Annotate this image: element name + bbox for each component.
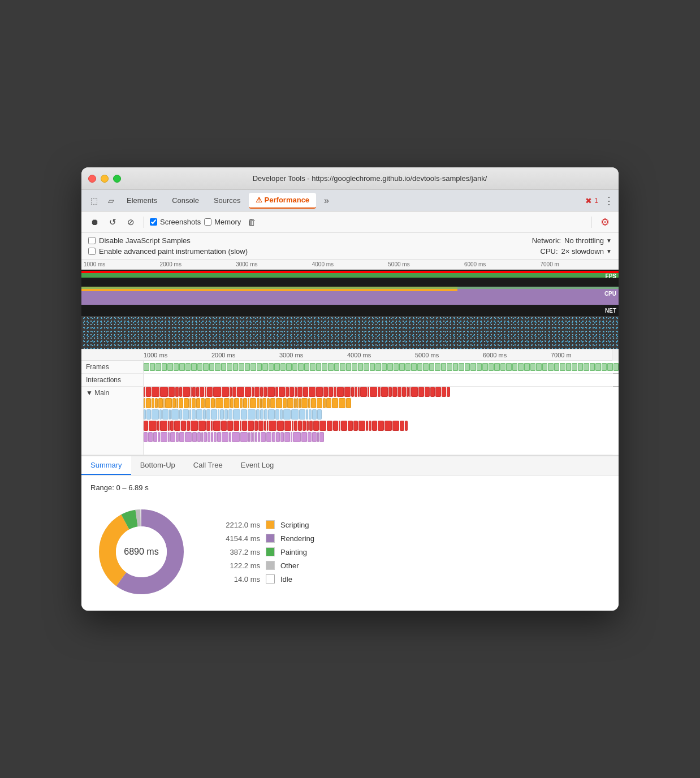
flame-block <box>388 387 392 397</box>
frame-block <box>423 363 429 371</box>
device-icon[interactable]: ▱ <box>103 193 119 209</box>
enable-paint-label[interactable]: Enable advanced paint instrumentation (s… <box>88 247 248 256</box>
network-select[interactable]: No throttling ▼ <box>564 236 612 245</box>
flame-block <box>280 432 284 442</box>
flame-block <box>301 432 307 442</box>
frame-block <box>316 363 322 371</box>
flame-block <box>196 409 202 420</box>
net-overview-row: NET <box>81 305 619 316</box>
close-button[interactable] <box>88 175 96 183</box>
interactions-label: Interactions <box>81 374 144 386</box>
frames-label: Frames <box>81 361 144 373</box>
tab-sources[interactable]: Sources <box>207 193 248 209</box>
flame-block <box>293 432 300 442</box>
tab-performance[interactable]: ⚠ Performance <box>249 193 316 209</box>
cpu-select-group: CPU: 2× slowdown ▼ <box>541 247 612 256</box>
ruler-label-1: 2000 ms <box>160 261 236 267</box>
error-icon: ✖ <box>585 196 592 205</box>
flame-block <box>196 398 200 408</box>
frame-block <box>542 363 548 371</box>
frame-block <box>613 363 619 371</box>
tab-elements[interactable]: Elements <box>120 193 164 209</box>
disable-js-label[interactable]: Disable JavaScript Samples <box>88 236 191 245</box>
flame-block <box>260 409 263 420</box>
flame-block <box>418 387 424 397</box>
flame-block <box>284 432 290 442</box>
flame-block <box>213 421 221 431</box>
frame-block <box>405 363 411 371</box>
flame-block <box>392 421 399 431</box>
flame-block <box>208 432 210 442</box>
flame-block <box>283 409 291 420</box>
interactions-track-row: Interactions <box>81 374 619 387</box>
flame-block <box>332 398 339 408</box>
frame-block <box>512 363 518 371</box>
clear-button[interactable]: ⊘ <box>123 215 138 230</box>
tab-summary[interactable]: Summary <box>81 456 131 475</box>
options-bar: Disable JavaScript Samples Network: No t… <box>81 233 619 260</box>
minimize-button[interactable] <box>101 175 109 183</box>
frame-block <box>334 363 340 371</box>
reload-button[interactable]: ↺ <box>105 215 120 230</box>
flame-block <box>294 421 298 431</box>
frame-block <box>429 363 435 371</box>
memory-checkbox[interactable] <box>204 218 211 226</box>
frame-block <box>322 363 327 371</box>
other-swatch <box>266 561 275 570</box>
tab-more[interactable]: » <box>317 193 336 209</box>
flame-block <box>392 387 397 397</box>
frame-block <box>245 363 250 371</box>
tab-call-tree[interactable]: Call Tree <box>184 456 232 475</box>
frame-block <box>269 363 274 371</box>
settings-button[interactable]: ⚙ <box>597 214 613 230</box>
flame-block <box>248 398 249 408</box>
frame-block <box>310 363 316 371</box>
frame-block <box>280 363 286 371</box>
memory-checkbox-label[interactable]: Memory <box>204 218 241 226</box>
tab-event-log[interactable]: Event Log <box>232 456 283 475</box>
screenshots-checkbox-label[interactable]: Screenshots <box>150 218 201 226</box>
overview-section: 1000 ms 2000 ms 3000 ms 4000 ms 5000 ms … <box>81 260 619 349</box>
flame-block <box>162 409 168 420</box>
inspect-icon[interactable]: ⬚ <box>86 193 102 209</box>
main-ruler-3: 4000 ms <box>347 352 415 358</box>
flame-block <box>407 387 409 397</box>
screenshots-checkbox[interactable] <box>150 218 157 226</box>
flame-block <box>229 432 231 442</box>
maximize-button[interactable] <box>113 175 121 183</box>
flame-block <box>264 409 267 420</box>
trash-button[interactable]: 🗑 <box>244 215 259 230</box>
ruler-label-5: 6000 ms <box>464 261 541 267</box>
main-ruler-6: 7000 m <box>551 352 619 358</box>
record-button[interactable]: ⏺ <box>87 215 102 230</box>
bottom-panel: Summary Bottom-Up Call Tree Event Log Ra… <box>81 456 619 611</box>
frame-block <box>162 363 167 371</box>
ruler-label-0: 1000 ms <box>84 261 160 267</box>
frame-block <box>352 363 357 371</box>
flame-block <box>360 387 367 397</box>
flame-block <box>319 432 324 442</box>
cpu-select[interactable]: 2× slowdown ▼ <box>561 247 612 256</box>
flame-block <box>179 387 182 397</box>
disable-js-checkbox[interactable] <box>88 237 96 244</box>
devtools-menu-button[interactable]: ⋮ <box>604 194 614 207</box>
frame-block <box>494 363 500 371</box>
frame-block <box>500 363 506 371</box>
frame-block <box>375 363 381 371</box>
flame-block <box>378 421 384 431</box>
frame-block <box>298 363 304 371</box>
enable-paint-checkbox[interactable] <box>88 248 96 255</box>
frame-block <box>536 363 542 371</box>
frame-block <box>203 363 209 371</box>
flame-block <box>170 421 174 431</box>
warning-icon: ⚠ <box>256 196 262 204</box>
flame-block <box>269 421 276 431</box>
tab-console[interactable]: Console <box>165 193 206 209</box>
flame-block <box>299 409 306 420</box>
flame-block <box>217 432 221 442</box>
flame-block <box>266 432 271 442</box>
frame-block <box>560 363 565 371</box>
painting-swatch <box>266 547 275 556</box>
tab-bottom-up[interactable]: Bottom-Up <box>131 456 184 475</box>
cpu-overview-row: CPU <box>81 282 619 305</box>
